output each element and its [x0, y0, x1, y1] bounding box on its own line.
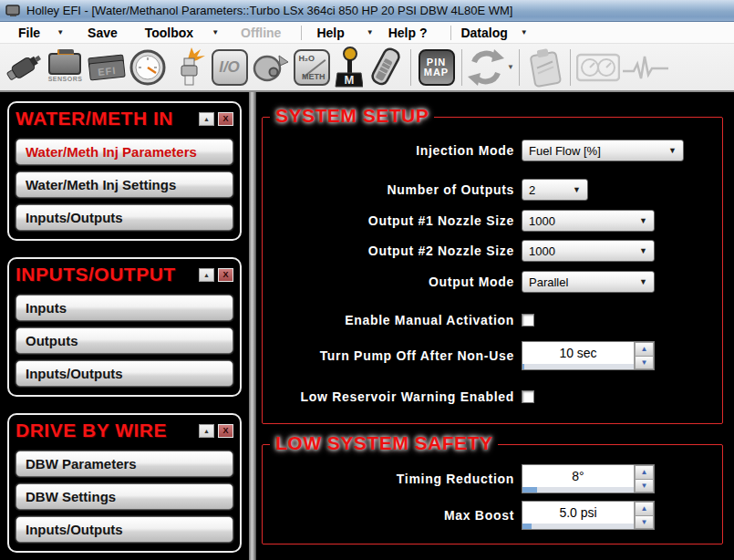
spinner-down-button[interactable]: ▼: [635, 515, 654, 530]
menu-datalog[interactable]: Datalog: [460, 26, 507, 40]
gauge-icon[interactable]: [127, 46, 168, 89]
turn-pump-off-label: Turn Pump Off After Non-Use: [272, 348, 514, 363]
panel-drive-by-wire: DRIVE BY WIRE ▲ X DBW Parameters DBW Set…: [7, 413, 242, 553]
select-value: 2: [529, 183, 535, 197]
panel-title: DRIVE BY WIRE: [16, 420, 195, 441]
spinner-slider-track[interactable]: [522, 364, 634, 369]
toolbar-separator: [461, 49, 462, 86]
sensors-label: SENSORS: [48, 76, 83, 82]
shifter-m-label: M: [345, 73, 355, 87]
map-label: MAP: [424, 67, 449, 78]
io-label: I/O: [219, 58, 240, 77]
shifter-icon[interactable]: M: [332, 46, 365, 89]
turbo-icon[interactable]: [250, 46, 291, 89]
pulse-icon: [621, 46, 670, 89]
timing-reduction-spinner[interactable]: 8° ▲ ▼: [522, 464, 655, 493]
section-title: SYSTEM SETUP: [270, 105, 434, 127]
output2-nozzle-size-select[interactable]: 1000 ▼: [522, 240, 655, 262]
spinner-up-button[interactable]: ▲: [635, 342, 654, 356]
handheld-tuner-icon[interactable]: [365, 46, 406, 89]
menu-help-caret-icon[interactable]: ▼: [367, 28, 374, 36]
max-boost-spinner[interactable]: 5.0 psi ▲ ▼: [522, 501, 655, 530]
number-of-outputs-select[interactable]: 2 ▼: [522, 179, 588, 201]
panel-water-meth-in: WATER/METH IN ▲ X Water/Meth Inj Paramet…: [7, 101, 242, 241]
menu-toolbox-caret-icon[interactable]: ▼: [212, 28, 219, 36]
low-system-safety-section: LOW SYSTEM SAFETY Timing Reduction 8° ▲ …: [262, 444, 723, 544]
sidebar-item-inputs[interactable]: Inputs: [16, 295, 233, 321]
spinner-value: 10 sec: [522, 342, 634, 364]
spinner-slider-track[interactable]: [522, 524, 634, 529]
spinner-slider-track[interactable]: [522, 487, 634, 493]
menu-help-question[interactable]: Help ?: [388, 26, 428, 40]
efi-ecu-icon[interactable]: EFI: [86, 46, 127, 89]
gauges-icon: [575, 46, 621, 89]
select-value: Fuel Flow [%]: [529, 144, 601, 158]
app-icon: [5, 5, 21, 17]
sensors-icon[interactable]: SENSORS: [45, 46, 86, 89]
system-setup-section: SYSTEM SETUP Injection Mode Fuel Flow [%…: [262, 117, 723, 424]
panel-inputs-output: INPUTS/OUTPUT ▲ X Inputs Outputs Inputs/…: [7, 257, 242, 397]
sidebar-item-water-meth-inj-settings[interactable]: Water/Meth Inj Settings: [16, 171, 233, 198]
sidebar-item-inputs-outputs[interactable]: Inputs/Outputs: [16, 360, 233, 387]
menu-save[interactable]: Save: [88, 26, 118, 40]
chevron-down-icon: ▼: [634, 216, 647, 225]
sidebar-item-outputs[interactable]: Outputs: [16, 327, 233, 354]
sidebar-item-dbw-parameters[interactable]: DBW Parameters: [16, 451, 233, 477]
chevron-down-icon: ▼: [634, 277, 647, 286]
output2-nozzle-size-label: Output #2 Nozzle Size: [272, 244, 514, 258]
timing-reduction-label: Timing Reduction: [272, 472, 514, 486]
enable-manual-activation-label: Enable Manual Activation: [272, 313, 514, 327]
sync-icon: ▼: [467, 46, 514, 89]
sidebar-item-water-meth-inj-parameters[interactable]: Water/Meth Inj Parameters: [16, 139, 233, 165]
enable-manual-activation-checkbox[interactable]: [522, 314, 534, 327]
select-value: 1000: [529, 244, 555, 258]
panel-collapse-button[interactable]: ▲: [199, 268, 214, 282]
chevron-down-icon: ▼: [567, 185, 581, 194]
panel-title: WATER/METH IN: [16, 108, 195, 130]
pane-splitter[interactable]: [249, 92, 256, 560]
output-mode-select[interactable]: Parallel ▼: [522, 271, 655, 293]
menu-file-caret-icon[interactable]: ▼: [57, 28, 64, 36]
menu-datalog-caret-icon[interactable]: ▼: [521, 28, 528, 36]
menu-bar: File ▼ Save Toolbox ▼ Offline Help ▼ Hel…: [0, 22, 734, 44]
menu-separator: [301, 26, 302, 40]
panel-collapse-button[interactable]: ▲: [199, 112, 214, 126]
menu-help[interactable]: Help: [316, 26, 344, 40]
fuel-injector-icon[interactable]: [4, 46, 45, 89]
sidebar-item-inputs-outputs[interactable]: Inputs/Outputs: [16, 516, 233, 543]
spinner-slider-fill: [522, 364, 524, 369]
toolbar-separator: [410, 49, 411, 86]
spinner-down-button[interactable]: ▼: [635, 356, 654, 370]
low-reservoir-warning-checkbox[interactable]: [522, 390, 534, 403]
panel-close-button[interactable]: X: [218, 424, 233, 438]
toolbar-separator: [519, 49, 520, 86]
sidebar: WATER/METH IN ▲ X Water/Meth Inj Paramet…: [0, 92, 249, 560]
injection-mode-label: Injection Mode: [272, 143, 514, 158]
spinner-value: 8°: [522, 465, 634, 487]
injection-mode-select[interactable]: Fuel Flow [%] ▼: [522, 140, 684, 161]
panel-close-button[interactable]: X: [218, 112, 233, 126]
panel-close-button[interactable]: X: [218, 268, 233, 282]
menu-toolbox[interactable]: Toolbox: [145, 26, 193, 40]
sidebar-item-dbw-settings[interactable]: DBW Settings: [16, 483, 233, 510]
holley-efi-window: Holley EFI - [Water/Methanol Parameters:…: [0, 0, 734, 560]
select-value: 1000: [529, 214, 555, 228]
sidebar-item-inputs-outputs[interactable]: Inputs/Outputs: [16, 204, 233, 231]
spinner-down-button[interactable]: ▼: [635, 479, 654, 493]
spark-plug-icon[interactable]: [168, 46, 209, 89]
title-bar[interactable]: Holley EFI - [Water/Methanol Parameters:…: [0, 0, 734, 22]
h2o-label: H₂O: [299, 54, 315, 63]
water-meth-button[interactable]: H₂O METH: [291, 46, 332, 89]
io-button[interactable]: I/O: [209, 46, 250, 89]
panel-collapse-button[interactable]: ▲: [199, 424, 214, 438]
pin-map-button[interactable]: PIN MAP: [416, 46, 457, 89]
menu-file[interactable]: File: [18, 26, 40, 40]
output-mode-label: Output Mode: [272, 275, 514, 289]
window-title: Holley EFI - [Water/Methanol Parameters:…: [26, 4, 512, 17]
spinner-up-button[interactable]: ▲: [635, 502, 654, 515]
chevron-down-icon: ▼: [663, 146, 677, 155]
spinner-up-button[interactable]: ▲: [635, 465, 654, 479]
output1-nozzle-size-select[interactable]: 1000 ▼: [522, 210, 655, 232]
number-of-outputs-label: Number of Outputs: [272, 182, 514, 197]
turn-pump-off-spinner[interactable]: 10 sec ▲ ▼: [522, 341, 655, 370]
